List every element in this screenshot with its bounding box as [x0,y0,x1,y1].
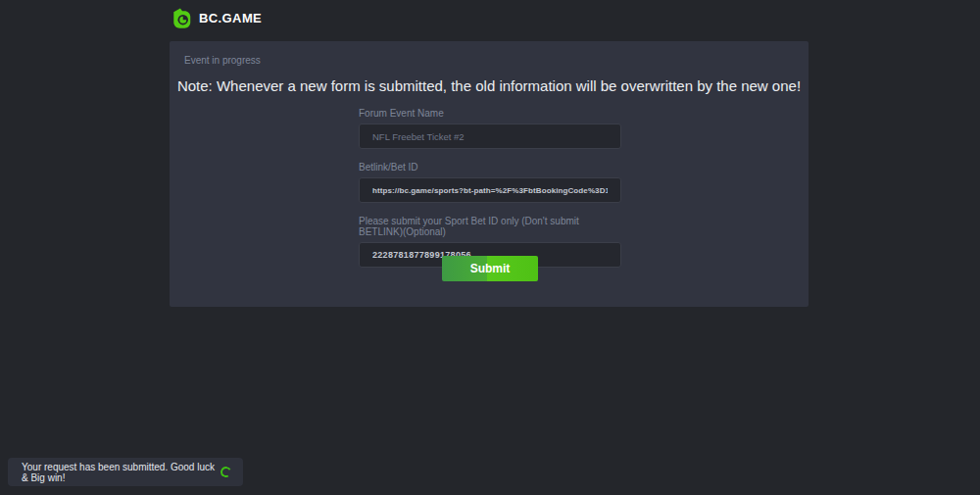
betlink-label: Betlink/Bet ID [359,162,621,173]
event-status-label: Event in progress [184,55,261,66]
success-toast[interactable]: Your request has been submitted. Good lu… [8,458,243,486]
betlink-input[interactable] [359,177,621,203]
brand-name: BC.GAME [199,11,262,25]
field-forum-event-name: Forum Event Name [359,108,621,149]
forum-event-name-label: Forum Event Name [359,108,621,119]
top-header: BC.GAME [0,0,980,39]
toast-message: Your request has been submitted. Good lu… [22,462,220,483]
submit-button[interactable]: Submit [442,256,538,281]
bc-game-logo[interactable]: BC.GAME [172,8,262,28]
sport-bet-id-label: Please submit your Sport Bet ID only (Do… [359,216,621,237]
toast-spinner-icon [220,466,232,478]
event-panel: Event in progress Note: Whenever a new f… [170,41,808,307]
event-form: Forum Event Name Betlink/Bet ID Please s… [359,108,621,280]
bc-game-logo-icon [172,8,192,28]
forum-event-name-input[interactable] [359,124,621,149]
overwrite-note: Note: Whenever a new form is submitted, … [170,77,808,94]
field-betlink: Betlink/Bet ID [359,162,621,203]
